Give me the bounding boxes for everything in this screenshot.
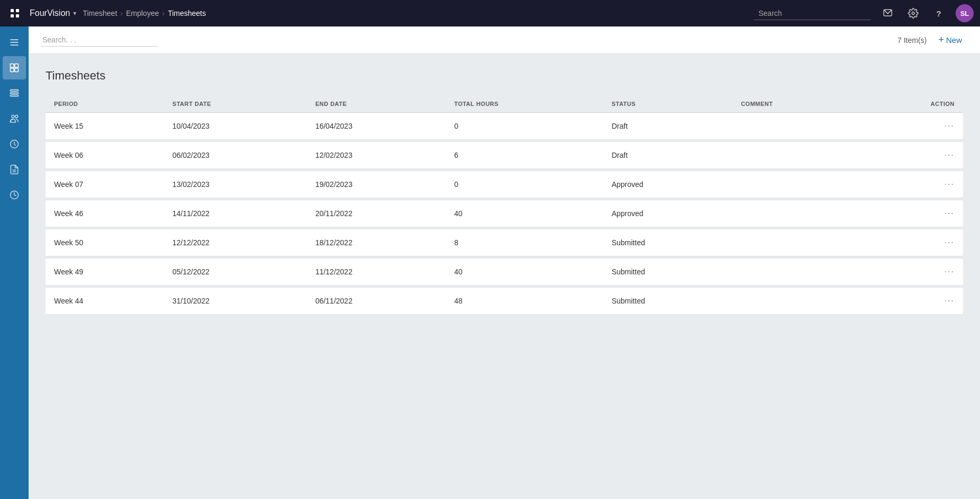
sidebar-item-hamburger[interactable] (3, 31, 26, 54)
col-header-action: ACTION (858, 95, 963, 113)
cell-status: Submitted (603, 259, 732, 286)
sidebar-item-history[interactable] (3, 183, 26, 207)
cell-start-date: 06/02/2023 (164, 142, 307, 169)
cell-start-date: 13/02/2023 (164, 171, 307, 198)
toolbar-right: 7 Item(s) + New (897, 31, 967, 49)
breadcrumb-employee[interactable]: Employee (126, 9, 159, 17)
cell-comment (732, 113, 858, 140)
breadcrumb: Timesheet › Employee › Timesheets (83, 9, 748, 17)
nav-search-input[interactable] (754, 7, 871, 20)
table-row[interactable]: Week 5012/12/202218/12/20228Submitted··· (46, 229, 963, 256)
cell-action[interactable]: ··· (858, 288, 963, 315)
table-body: Week 1510/04/202316/04/20230Draft···Week… (46, 113, 963, 315)
cell-status: Approved (603, 200, 732, 227)
cell-action[interactable]: ··· (858, 171, 963, 198)
toolbar-search-input[interactable] (41, 33, 158, 47)
cell-status: Draft (603, 142, 732, 169)
cell-period: Week 46 (46, 200, 164, 227)
cell-action[interactable]: ··· (858, 113, 963, 140)
cell-status: Draft (603, 113, 732, 140)
cell-period: Week 06 (46, 142, 164, 169)
cell-end-date: 19/02/2023 (307, 171, 446, 198)
table-row[interactable]: Week 0606/02/202312/02/20236Draft··· (46, 142, 963, 169)
table-row[interactable]: Week 1510/04/202316/04/20230Draft··· (46, 113, 963, 140)
cell-end-date: 20/11/2022 (307, 200, 446, 227)
svg-rect-12 (15, 68, 19, 72)
cell-action[interactable]: ··· (858, 142, 963, 169)
cell-action[interactable]: ··· (858, 259, 963, 286)
table-container: PERIOD START DATE END DATE TOTAL HOURS S… (46, 95, 963, 315)
grid-menu-icon[interactable] (6, 8, 23, 19)
table-row[interactable]: Week 0713/02/202319/02/20230Approved··· (46, 171, 963, 198)
help-icon-button[interactable]: ? (930, 5, 947, 22)
svg-rect-9 (11, 64, 14, 68)
item-count-label: 7 Item(s) (897, 36, 926, 44)
page-title: Timesheets (46, 69, 963, 83)
cell-comment (732, 142, 858, 169)
brand-chevron: ▾ (73, 10, 76, 17)
left-sidebar (0, 26, 29, 499)
svg-rect-15 (11, 95, 19, 96)
cell-end-date: 06/11/2022 (307, 288, 446, 315)
cell-total-hours: 40 (446, 259, 603, 286)
cell-period: Week 50 (46, 229, 164, 256)
cell-comment (732, 259, 858, 286)
table-row[interactable]: Week 4614/11/202220/11/202240Approved··· (46, 200, 963, 227)
sidebar-item-people[interactable] (3, 107, 26, 130)
settings-icon-button[interactable] (905, 5, 922, 22)
plus-icon: + (938, 34, 944, 46)
cell-total-hours: 0 (446, 171, 603, 198)
user-avatar[interactable]: SL (956, 4, 974, 22)
cell-comment (732, 229, 858, 256)
col-header-end-date: END DATE (307, 95, 446, 113)
svg-rect-1 (16, 9, 19, 12)
message-icon-button[interactable] (879, 5, 896, 22)
cell-period: Week 49 (46, 259, 164, 286)
svg-point-5 (912, 12, 915, 15)
nav-right-controls: ? SL (754, 4, 974, 22)
svg-rect-2 (11, 14, 14, 17)
cell-end-date: 16/04/2023 (307, 113, 446, 140)
page-content: Timesheets PERIOD START DATE END DATE TO… (29, 54, 980, 499)
breadcrumb-timesheet[interactable]: Timesheet (83, 9, 117, 17)
timesheets-table: PERIOD START DATE END DATE TOTAL HOURS S… (46, 95, 963, 315)
cell-total-hours: 48 (446, 288, 603, 315)
brand-logo[interactable]: FourVision ▾ (30, 8, 76, 18)
cell-end-date: 11/12/2022 (307, 259, 446, 286)
cell-period: Week 15 (46, 113, 164, 140)
sidebar-item-dashboard[interactable] (3, 56, 26, 79)
table-row[interactable]: Week 4905/12/202211/12/202240Submitted··… (46, 259, 963, 286)
cell-period: Week 44 (46, 288, 164, 315)
content-area: 7 Item(s) + New Timesheets PERIOD START … (29, 26, 980, 499)
svg-rect-11 (11, 68, 14, 72)
cell-start-date: 31/10/2022 (164, 288, 307, 315)
svg-rect-0 (11, 9, 14, 12)
cell-total-hours: 8 (446, 229, 603, 256)
col-header-total-hours: TOTAL HOURS (446, 95, 603, 113)
sidebar-item-list[interactable] (3, 82, 26, 105)
cell-status: Approved (603, 171, 732, 198)
cell-total-hours: 0 (446, 113, 603, 140)
sidebar-item-clock[interactable] (3, 132, 26, 156)
cell-end-date: 18/12/2022 (307, 229, 446, 256)
toolbar-search-container (41, 33, 897, 47)
cell-action[interactable]: ··· (858, 200, 963, 227)
cell-start-date: 10/04/2023 (164, 113, 307, 140)
col-header-period: PERIOD (46, 95, 164, 113)
col-header-status: STATUS (603, 95, 732, 113)
table-row[interactable]: Week 4431/10/202206/11/202248Submitted··… (46, 288, 963, 315)
cell-start-date: 05/12/2022 (164, 259, 307, 286)
svg-rect-10 (15, 64, 19, 68)
breadcrumb-sep-2: › (162, 9, 165, 17)
sidebar-item-document[interactable] (3, 158, 26, 181)
table-header-row: PERIOD START DATE END DATE TOTAL HOURS S… (46, 95, 963, 113)
cell-comment (732, 288, 858, 315)
cell-end-date: 12/02/2023 (307, 142, 446, 169)
toolbar: 7 Item(s) + New (29, 26, 980, 54)
brand-name: FourVision (30, 8, 70, 18)
new-button-label: New (946, 35, 962, 44)
cell-comment (732, 200, 858, 227)
svg-rect-13 (11, 90, 19, 91)
cell-action[interactable]: ··· (858, 229, 963, 256)
new-button[interactable]: + New (933, 31, 967, 49)
